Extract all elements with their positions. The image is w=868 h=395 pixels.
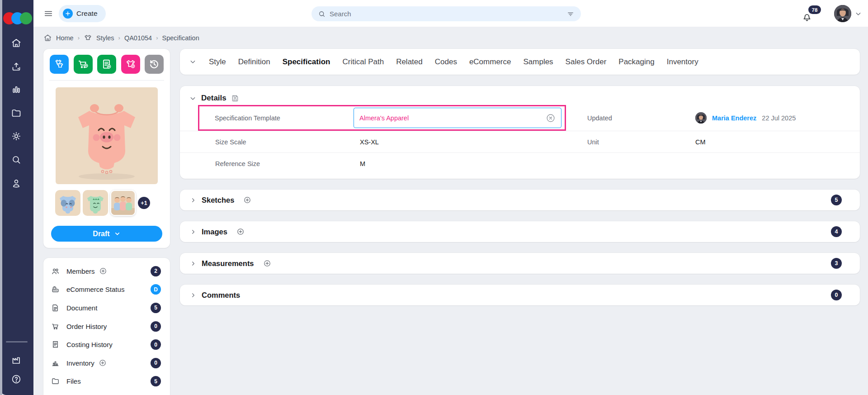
sidebar-item-reports[interactable] (10, 83, 23, 96)
sidebar-item-settings[interactable] (10, 130, 23, 143)
tab-specification[interactable]: Specification (283, 57, 330, 67)
tab-ecommerce[interactable]: eCommerce (469, 57, 511, 67)
two-shirts-icon (53, 58, 65, 70)
pig-onesie-image (56, 87, 158, 184)
green-onesie-image (83, 190, 108, 216)
main-column: Style Definition Specification Critical … (180, 49, 860, 305)
breadcrumb-separator: › (118, 34, 120, 41)
thumbnail-blue-onesie[interactable] (55, 190, 80, 216)
sidebar-item-factory[interactable] (10, 354, 23, 366)
breadcrumb-home[interactable]: Home (56, 34, 74, 42)
filter-icon[interactable] (566, 10, 575, 18)
chevron-down-icon[interactable] (189, 95, 197, 102)
count-badge: 0 (151, 321, 161, 332)
upload-icon (11, 61, 22, 72)
thumbnail-babies-photo[interactable] (110, 190, 136, 216)
clear-field-icon[interactable] (546, 113, 556, 123)
section-measurements[interactable]: Measurements 3 (180, 253, 860, 274)
add-document-button[interactable] (97, 55, 116, 74)
sidebar-item-profile[interactable] (10, 177, 23, 190)
section-title: Sketches (202, 196, 234, 205)
remove-style-button[interactable] (121, 55, 140, 74)
details-row-spec-template: Specification Template Updated Maria End… (180, 105, 860, 131)
help-icon (11, 374, 22, 385)
list-item-costing-history[interactable]: Costing History 0 (43, 335, 170, 354)
thumbnail-green-onesie[interactable] (83, 190, 108, 216)
copy-style-button[interactable] (50, 55, 69, 74)
global-search (311, 6, 581, 21)
add-measurement-icon[interactable] (263, 259, 271, 267)
user-avatar[interactable] (834, 5, 851, 22)
details-header: Details (180, 86, 860, 105)
tab-style[interactable]: Style (209, 57, 226, 67)
tab-related[interactable]: Related (396, 57, 423, 67)
app-logo[interactable] (3, 12, 32, 25)
sidebar-item-home[interactable] (10, 37, 23, 49)
section-sketches[interactable]: Sketches 5 (180, 190, 860, 210)
count-badge: 5 (151, 303, 161, 313)
status-dropdown-button[interactable]: Draft (51, 226, 162, 242)
tab-sales-order[interactable]: Sales Order (566, 57, 607, 67)
members-icon (51, 267, 60, 276)
notifications-button[interactable]: 78 (801, 5, 821, 23)
tab-critical-path[interactable]: Critical Path (342, 57, 384, 67)
add-to-order-button[interactable] (74, 55, 93, 74)
list-item-files[interactable]: Files 5 (43, 372, 170, 391)
add-inventory-icon[interactable] (99, 359, 107, 367)
add-sketch-icon[interactable] (243, 196, 251, 204)
avatar-image (834, 5, 851, 22)
content-area: Home › Styles › QA01054 › Specification (33, 27, 868, 395)
list-item-ecommerce-status[interactable]: eCommerce Status D (43, 281, 170, 299)
count-badge: 0 (151, 358, 161, 368)
unit-value[interactable]: CM (695, 138, 706, 146)
tab-samples[interactable]: Samples (523, 57, 553, 67)
tab-packaging[interactable]: Packaging (618, 57, 654, 67)
list-item-inventory[interactable]: Inventory 0 (43, 354, 170, 372)
tab-codes[interactable]: Codes (435, 57, 457, 67)
sidebar-item-search[interactable] (10, 153, 23, 166)
spec-template-input[interactable] (359, 114, 546, 122)
section-comments[interactable]: Comments 0 (180, 285, 860, 305)
sidebar-item-upload[interactable] (10, 60, 23, 73)
style-card: +1 Draft (43, 49, 170, 248)
list-item-document[interactable]: Document 5 (43, 299, 170, 317)
section-images[interactable]: Images 4 (180, 221, 860, 242)
person-icon (11, 178, 22, 189)
size-scale-value[interactable]: XS-XL (360, 138, 587, 146)
topbar: Create 78 (33, 0, 868, 27)
list-item-order-history[interactable]: Order History 0 (43, 317, 170, 336)
add-member-icon[interactable] (99, 267, 107, 275)
add-image-icon[interactable] (236, 228, 245, 236)
list-item-members[interactable]: Members 2 (43, 262, 170, 281)
gear-icon (11, 131, 22, 142)
card-divider (49, 80, 164, 81)
style-main-image[interactable] (56, 87, 158, 184)
search-input[interactable] (330, 10, 563, 18)
tab-definition[interactable]: Definition (238, 57, 270, 67)
details-row-size-scale: Size Scale XS-XL Unit CM (180, 131, 860, 152)
cart-icon (51, 322, 60, 331)
style-summary-column: +1 Draft Members 2 eCommerce Status (43, 49, 170, 395)
history-button[interactable] (145, 55, 164, 74)
breadcrumb-style-number[interactable]: QA01054 (124, 34, 152, 42)
updated-user-name[interactable]: Maria Enderez (712, 114, 756, 122)
collapse-tabs-icon[interactable] (189, 58, 197, 66)
style-actions (50, 55, 164, 74)
breadcrumb-separator: › (156, 34, 158, 41)
create-button[interactable]: Create (59, 5, 106, 22)
breadcrumb-styles[interactable]: Styles (96, 34, 114, 42)
folder-icon (11, 108, 22, 119)
reference-size-value[interactable]: M (360, 160, 587, 167)
chevron-down-icon (854, 10, 862, 18)
babies-photo-image (111, 191, 135, 215)
save-icon[interactable] (231, 94, 239, 102)
updated-user-avatar (695, 112, 707, 124)
blue-onesie-image (55, 190, 80, 216)
menu-toggle-button[interactable] (43, 8, 54, 19)
tab-inventory[interactable]: Inventory (667, 57, 698, 67)
account-menu-button[interactable] (854, 10, 862, 18)
sidebar-item-folders[interactable] (10, 107, 23, 119)
more-thumbnails-badge[interactable]: +1 (138, 197, 150, 209)
logo-green-circle (20, 12, 32, 24)
sidebar-item-help[interactable] (10, 373, 23, 385)
